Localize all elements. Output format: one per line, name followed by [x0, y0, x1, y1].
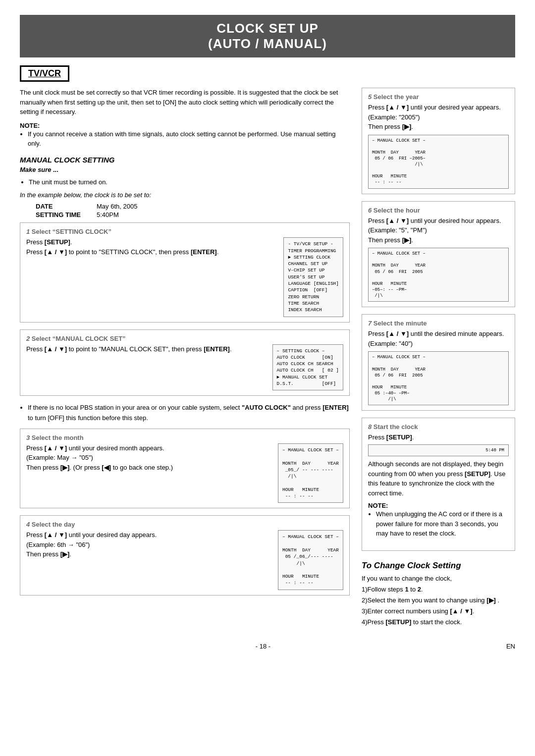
page-title-line2: (AUTO / MANUAL) [30, 36, 505, 52]
date-label: DATE [36, 203, 96, 210]
intro-text: The unit clock must be set correctly so … [20, 88, 350, 117]
step-6-text1: Press [▲ / ▼] until your desired hour ap… [368, 216, 509, 226]
tvvcr-badge: TV/VCR [20, 65, 69, 82]
step-6-screen: – MANUAL CLOCK SET – MONTH DAY YEAR 05 /… [368, 248, 509, 302]
step-4-text: Press [▲ / ▼] until your desired day app… [26, 530, 273, 559]
step-2-box: 2 Select “MANUAL CLOCK SET” Press [▲ / ▼… [20, 329, 350, 396]
note-block: NOTE: If you cannot receive a station wi… [20, 122, 350, 149]
step-2-heading: 2 Select “MANUAL CLOCK SET” [26, 335, 343, 342]
step-4-heading: 4 Select the day [26, 521, 343, 528]
page-title-line1: CLOCK SET UP [30, 21, 505, 36]
step-2-screen: – SETTING CLOCK – AUTO CLOCK [ON] AUTO C… [272, 344, 343, 391]
step-6-text3: Then press [▶]. [368, 235, 509, 245]
footer-lang: EN [506, 643, 515, 650]
step-7-screen: – MANUAL CLOCK SET – MONTH DAY YEAR 05 /… [368, 351, 509, 405]
change-list: 1)Follow steps 1 to 2. 2)Select the item… [362, 584, 515, 628]
step-3-screen: – MANUAL CLOCK SET – MONTH DAY YEAR _05_… [278, 443, 343, 503]
change-item-1: 1)Follow steps 1 to 2. [362, 584, 515, 595]
step-4-screen: – MANUAL CLOCK SET – MONTH DAY YEAR 05 /… [278, 530, 343, 590]
step-8-text2: Although seconds are not displayed, they… [368, 459, 509, 498]
step-5-text3: Then press [▶]. [368, 122, 509, 132]
step-8-heading: 8 Start the clock [368, 423, 509, 431]
step-3-text: Press [▲ / ▼] until your desired month a… [26, 443, 273, 473]
step-8-screen: 5:40 PM [368, 444, 509, 456]
make-sure-label: Make sure ... [20, 166, 350, 173]
step-5-text1: Press [▲ / ▼] until your desired year ap… [368, 103, 509, 112]
step-5-screen: – MANUAL CLOCK SET – MONTH DAY YEAR 05 /… [368, 135, 509, 189]
date-value: May 6th, 2005 [97, 203, 137, 210]
page-title-box: CLOCK SET UP (AUTO / MANUAL) [20, 15, 515, 57]
step-7-box: 7 Select the minute Press [▲ / ▼] until … [362, 314, 515, 411]
step-1-text: Press [SETUP]. Press [▲ / ▼] to point to… [26, 237, 278, 257]
example-table: DATE May 6th, 2005 SETTING TIME 5:40PM [35, 202, 138, 219]
step-6-box: 6 Select the hour Press [▲ / ▼] until yo… [362, 201, 515, 308]
time-label: SETTING TIME [36, 211, 96, 218]
step-5-heading: 5 Select the year [368, 93, 509, 101]
note2-text: When unplugging the AC cord or if there … [376, 509, 509, 539]
step-7-heading: 7 Select the minute [368, 320, 509, 327]
step-1-screen: - TV/VCR SETUP - TIMER PROGRAMMING ► SET… [283, 237, 343, 317]
step-7-text1: Press [▲ / ▼] until the desired minute a… [368, 329, 509, 339]
step-3-box: 3 Select the month Press [▲ / ▼] until y… [20, 429, 350, 508]
note-label: NOTE: [20, 122, 40, 129]
step-3-heading: 3 Select the month [26, 434, 343, 441]
note2-block: NOTE: When unplugging the AC cord or if … [368, 502, 509, 539]
right-column: 5 Select the year Press [▲ / ▼] until yo… [362, 88, 515, 628]
unit-on-text: The unit must be turned on. [29, 177, 350, 188]
note2-label: NOTE: [368, 502, 388, 509]
step-4-box: 4 Select the day Press [▲ / ▼] until you… [20, 515, 350, 595]
step-7-text2: (Example: "40") [368, 339, 509, 349]
step-6-heading: 6 Select the hour [368, 207, 509, 214]
pbs-bullet-list: If there is no local PBS station in your… [28, 403, 350, 424]
footer-page: - 18 - [256, 643, 270, 650]
step-8-box: 8 Start the clock Press [SETUP]. 5:40 PM… [362, 418, 515, 550]
step-1-heading: 1 Select “SETTING CLOCK” [26, 228, 343, 235]
step-2-text: Press [▲ / ▼] to point to "MANUAL CLOCK … [26, 344, 268, 354]
change-item-4: 4)Press [SETUP] to start the clock. [362, 617, 515, 628]
left-column: The unit clock must be set correctly so … [20, 88, 350, 628]
step-5-box: 5 Select the year Press [▲ / ▼] until yo… [362, 88, 515, 194]
step-6-text2: (Example: "5", "PM") [368, 225, 509, 235]
step-5-text2: (Example: "2005") [368, 112, 509, 122]
change-intro: If you want to change the clock, [362, 575, 515, 582]
note-text: If you cannot receive a station with tim… [28, 129, 350, 149]
step-8-text1: Press [SETUP]. [368, 432, 509, 442]
pbs-bullet: If there is no local PBS station in your… [28, 403, 350, 424]
change-item-3: 3)Enter correct numbers using [▲ / ▼]. [362, 606, 515, 617]
manual-clock-title: MANUAL CLOCK SETTING [20, 156, 350, 164]
step-1-box: 1 Select “SETTING CLOCK” Press [SETUP]. … [20, 222, 350, 322]
time-value: 5:40PM [97, 211, 137, 218]
change-item-2: 2)Select the item you want to change usi… [362, 595, 515, 606]
change-section: To Change Clock Setting If you want to c… [362, 561, 515, 628]
change-title: To Change Clock Setting [362, 561, 515, 571]
example-intro: In the example below, the clock is to be… [20, 191, 350, 199]
footer: - 18 - EN [20, 643, 515, 650]
